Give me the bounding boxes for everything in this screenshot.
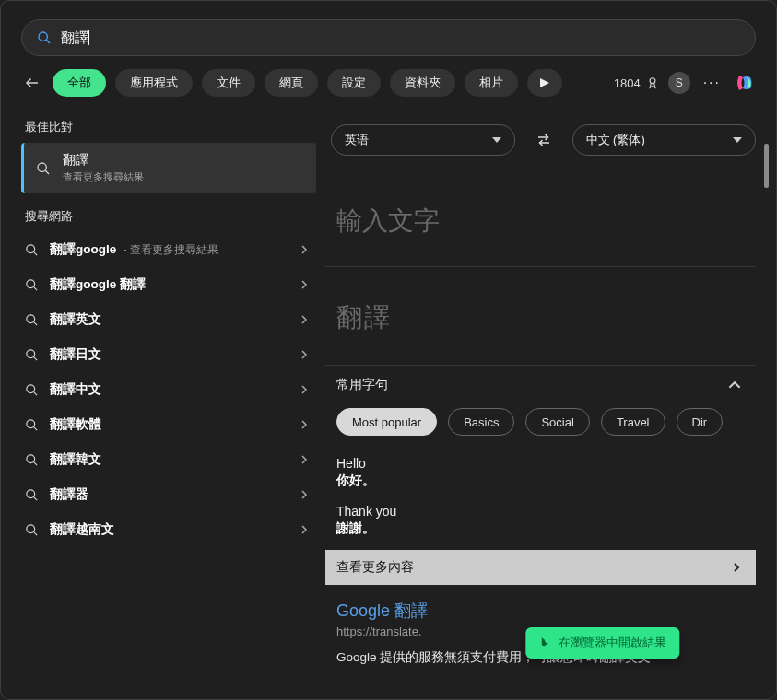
input-placeholder: 輸入文字 [336,206,440,235]
web-result-item[interactable]: 翻譯google 翻譯 [21,267,316,302]
copilot-icon[interactable] [734,72,756,94]
lang-from-label: 英语 [345,132,369,148]
phrase-zh: 謝謝。 [336,520,745,537]
web-item-bold: 翻譯中文 [50,382,101,396]
chevron-right-icon [300,280,309,289]
phrase-tab-dir[interactable]: Dir [677,408,724,436]
best-match-heading: 最佳比對 [25,119,316,135]
open-in-browser-label: 在瀏覽器中開啟結果 [559,635,666,651]
swap-languages[interactable] [532,132,556,148]
web-item-bold: 翻譯越南文 [50,522,114,536]
web-results-list: 翻譯google - 查看更多搜尋結果 翻譯google 翻譯 翻譯英文 翻譯日… [21,232,316,547]
svg-line-14 [33,356,37,360]
lang-to-select[interactable]: 中文 (繁体) [572,124,757,156]
filter-web[interactable]: 網頁 [265,69,318,97]
web-result-item[interactable]: 翻譯英文 [21,302,316,337]
chevron-down-icon [492,135,501,145]
search-icon [25,418,39,432]
filter-folders[interactable]: 資料夾 [390,69,455,97]
web-result-item[interactable]: 翻譯軟體 [21,407,316,442]
svg-marker-3 [540,78,549,88]
search-icon [25,453,39,467]
svg-line-1 [46,40,50,43]
phrases-toggle[interactable]: 常用字句 [325,366,756,404]
text-caret [88,30,89,45]
web-item-bold: 翻譯英文 [50,312,101,326]
phrase-item[interactable]: Thank you 謝謝。 [325,496,756,544]
svg-marker-25 [492,137,501,143]
translate-output: 翻譯 [325,267,756,365]
search-bar[interactable]: 翻譯 [21,19,756,56]
chevron-right-icon [300,525,309,534]
rewards-points[interactable]: 1804 [614,76,659,90]
best-match-title: 翻譯 [63,152,144,169]
svg-point-15 [27,384,35,392]
svg-line-20 [33,461,37,465]
search-icon [25,278,39,292]
svg-point-23 [27,524,35,532]
medal-icon [646,76,659,89]
svg-point-17 [27,419,35,427]
g-card-title: Google 翻譯 [336,600,745,622]
web-item-bold: 翻譯google 翻譯 [50,277,146,291]
filter-photos[interactable]: 相片 [465,69,518,97]
phrase-item[interactable]: Hello 你好。 [325,449,756,496]
web-item-bold: 翻譯google [50,242,116,256]
chevron-down-icon [733,135,742,145]
chevron-right-icon [300,315,309,324]
best-match-item[interactable]: 翻譯 查看更多搜尋結果 [21,143,316,193]
web-result-item[interactable]: 翻譯越南文 [21,512,316,547]
svg-line-6 [45,170,49,174]
web-result-item[interactable]: 翻譯日文 [21,337,316,372]
chevron-right-icon [300,245,309,254]
lang-from-select[interactable]: 英语 [331,124,515,156]
chevron-up-icon [728,379,741,391]
phrase-en: Hello [336,456,745,471]
chevron-right-icon [300,490,309,499]
web-result-item[interactable]: 翻譯google - 查看更多搜尋結果 [21,232,316,267]
svg-line-18 [33,426,37,430]
back-button[interactable] [21,75,43,91]
play-icon [540,78,549,88]
web-result-item[interactable]: 翻譯中文 [21,372,316,407]
language-row: 英语 中文 (繁体) [325,113,756,167]
phrase-tab-basics[interactable]: Basics [448,408,514,436]
scrollbar-thumb[interactable] [764,144,769,188]
svg-line-16 [33,391,37,395]
results-left: 最佳比對 翻譯 查看更多搜尋結果 搜尋網路 翻譯google - 查看更多搜尋結… [21,113,316,682]
phrase-tab-most-popular[interactable]: Most popular [336,408,437,436]
phrase-zh: 你好。 [336,472,745,489]
svg-marker-26 [733,137,742,143]
svg-point-9 [27,279,35,287]
phrase-tab-travel[interactable]: Travel [601,408,665,436]
see-more-phrases[interactable]: 查看更多內容 [325,550,756,585]
phrase-tab-social[interactable]: Social [525,408,589,436]
chevron-right-icon [300,385,309,394]
open-in-browser-button[interactable]: 在瀏覽器中開啟結果 [525,627,679,659]
web-result-item[interactable]: 翻譯韓文 [21,442,316,477]
profile-badge[interactable]: S [668,72,690,94]
filter-apps[interactable]: 應用程式 [115,69,193,97]
web-item-bold: 翻譯器 [50,487,88,501]
svg-line-24 [33,531,37,535]
translate-input[interactable]: 輸入文字 [325,167,756,267]
search-icon [37,30,52,45]
scrollbar[interactable] [764,144,769,682]
web-item-bold: 翻譯韓文 [50,452,101,466]
search-icon [36,161,51,176]
filter-all[interactable]: 全部 [53,69,106,97]
web-result-item[interactable]: 翻譯器 [21,477,316,512]
lang-to-label: 中文 (繁体) [586,132,645,148]
see-more-label: 查看更多內容 [336,559,414,576]
svg-point-21 [27,489,35,497]
more-menu[interactable]: ··· [700,75,724,91]
best-match-sub: 查看更多搜尋結果 [63,170,144,184]
filter-documents[interactable]: 文件 [202,69,255,97]
chevron-right-icon [300,455,309,464]
filter-settings[interactable]: 設定 [327,69,381,97]
svg-point-4 [650,78,655,84]
svg-point-0 [39,32,47,41]
svg-line-22 [33,496,37,500]
search-icon [25,348,39,362]
filter-more-arrow[interactable] [527,69,562,97]
